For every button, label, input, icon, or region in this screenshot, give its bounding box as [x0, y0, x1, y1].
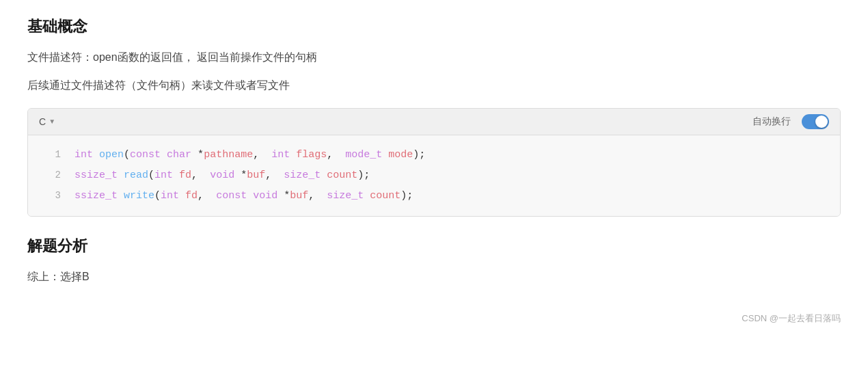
toggle-track[interactable] — [802, 114, 829, 129]
auto-wrap-toggle[interactable] — [802, 114, 829, 129]
code-line-1: 1 int open(const char *pathname, int fla… — [39, 145, 829, 165]
line-number-2: 2 — [39, 165, 61, 185]
code-content-3: ssize_t write(int fd, const void *buf, s… — [74, 186, 413, 206]
code-content-1: int open(const char *pathname, int flags… — [74, 145, 425, 165]
code-line-2: 2 ssize_t read(int fd, void *buf, size_t… — [39, 165, 829, 186]
language-selector[interactable]: C ▼ — [39, 116, 55, 127]
section1-para2: 后续通过文件描述符（文件句柄）来读文件或者写文件 — [27, 76, 841, 96]
section1-title: 基础概念 — [27, 16, 841, 37]
language-dropdown-arrow: ▼ — [49, 118, 55, 125]
footer-credit: CSDN @一起去看日落吗 — [27, 307, 841, 325]
line-number-3: 3 — [39, 186, 61, 205]
auto-wrap-label: 自动换行 — [752, 116, 791, 128]
line-number-1: 1 — [39, 145, 61, 164]
section2-para1: 综上：选择B — [27, 267, 841, 287]
toggle-thumb — [815, 116, 828, 128]
language-label: C — [39, 116, 46, 127]
code-block: C ▼ 自动换行 1 int open(const char *pathname… — [27, 108, 841, 217]
section2-title: 解题分析 — [27, 236, 841, 256]
code-line-3: 3 ssize_t write(int fd, const void *buf,… — [39, 186, 829, 206]
code-content-2: ssize_t read(int fd, void *buf, size_t c… — [74, 165, 370, 186]
section1-para1: 文件描述符：open函数的返回值， 返回当前操作文件的句柄 — [27, 48, 841, 68]
code-block-header: C ▼ 自动换行 — [28, 109, 840, 135]
code-body: 1 int open(const char *pathname, int fla… — [28, 135, 840, 216]
header-right: 自动换行 — [752, 114, 829, 129]
